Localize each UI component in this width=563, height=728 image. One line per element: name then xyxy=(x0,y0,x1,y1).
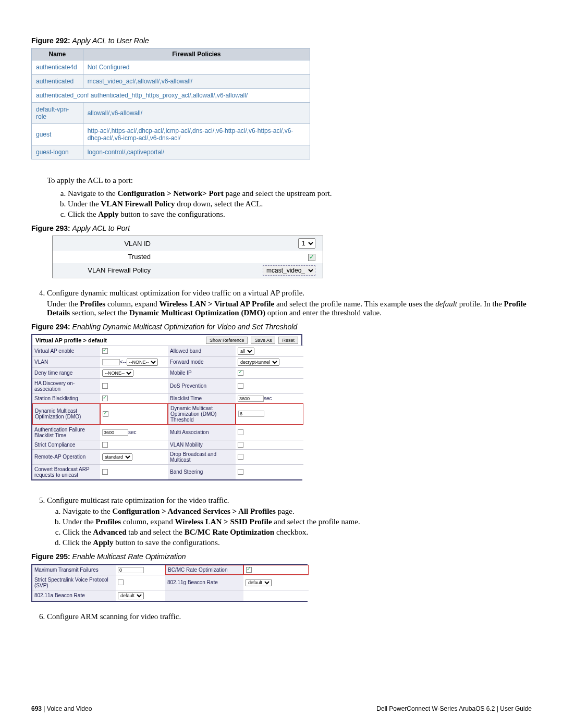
checkbox[interactable] xyxy=(102,383,108,389)
input[interactable] xyxy=(118,567,144,573)
profile-value xyxy=(100,464,168,479)
apply-acl-port-intro: To apply the ACL to a port: xyxy=(47,175,532,186)
user-role-table: Name Firewall Policies authenticate4dNot… xyxy=(31,48,310,159)
ssid-profile-panel: Maximum Transmit FailuresBC/MC Rate Opti… xyxy=(31,564,308,602)
ssid-label: 802.11g Beacon Rate xyxy=(165,575,243,590)
profile-value xyxy=(100,403,168,425)
vap-profile-panel: Virtual AP profile > default Show Refere… xyxy=(31,334,302,480)
col-name-header: Name xyxy=(32,48,83,60)
vlan-id-select[interactable]: 1 xyxy=(298,238,315,249)
checkbox[interactable] xyxy=(118,579,124,585)
step-b: Under the VLAN Firewall Policy drop down… xyxy=(68,200,532,208)
figure-295-title: Enable Multicast Rate Optimization xyxy=(72,552,186,561)
checkbox[interactable] xyxy=(238,383,243,389)
checkbox[interactable] xyxy=(102,396,108,401)
profile-label: Authentication Failure Blacklist Time xyxy=(32,425,100,440)
role-name: guest xyxy=(32,124,83,145)
checkbox[interactable] xyxy=(238,370,243,376)
profile-value: all xyxy=(236,346,303,356)
vlan-input[interactable] xyxy=(102,359,120,365)
select[interactable]: all xyxy=(238,348,254,355)
role-policy: http-acl/,https-acl/,dhcp-acl/,icmp-acl/… xyxy=(83,124,310,145)
checkbox[interactable] xyxy=(238,469,243,475)
ssid-label xyxy=(165,590,243,601)
profile-value: decrypt-tunnel xyxy=(236,356,303,367)
checkbox[interactable] xyxy=(238,429,243,435)
select[interactable]: default xyxy=(118,592,144,599)
role-name: guest-logon xyxy=(32,145,83,159)
role-name: authenticated xyxy=(32,75,83,89)
step-a: Navigate to the Configuration > Network>… xyxy=(68,189,532,198)
input[interactable] xyxy=(238,396,264,402)
profile-label: Multi Association xyxy=(168,425,236,440)
select[interactable]: decrypt-tunnel xyxy=(238,359,279,366)
footer-right: Dell PowerConnect W-Series ArubaOS 6.2 |… xyxy=(376,705,532,712)
step-4-list: Configure dynamic multicast optimization… xyxy=(38,289,532,317)
figure-295-caption: Figure 295: Enable Multicast Rate Optimi… xyxy=(31,552,532,561)
role-name: authenticated_conf authenticated_http_ht… xyxy=(32,89,310,103)
profile-label: Blacklist Time xyxy=(168,393,236,403)
vlan-select[interactable]: --NONE-- xyxy=(127,359,158,366)
profile-value xyxy=(236,440,303,449)
ssid-label: Strict Spectralink Voice Protocol (SVP) xyxy=(32,575,116,590)
profile-value xyxy=(236,425,303,440)
step-4: Configure dynamic multicast optimization… xyxy=(47,289,532,317)
profile-label: Mobile IP xyxy=(168,367,236,378)
footer-section: Voice and Video xyxy=(47,705,92,712)
select[interactable]: standard xyxy=(102,453,132,461)
profile-label: VLAN Mobility xyxy=(168,440,236,449)
table-row: guest-logonlogon-control/,captiveportal/ xyxy=(32,145,310,159)
figure-293-caption: Figure 293: Apply ACL to Port xyxy=(31,224,532,232)
profile-value: --NONE-- xyxy=(100,367,168,378)
vlan-firewall-policy-select[interactable]: mcast_video_ xyxy=(263,265,315,276)
profile-value: standard xyxy=(100,449,168,464)
trusted-label: Trusted xyxy=(57,253,161,261)
role-policy: Not Configured xyxy=(83,60,310,75)
select[interactable]: --NONE-- xyxy=(102,369,133,377)
ssid-label: Maximum Transmit Failures xyxy=(32,565,116,575)
input[interactable] xyxy=(238,411,264,417)
page-footer: 693 | Voice and Video Dell PowerConnect … xyxy=(31,705,532,712)
ssid-value: default xyxy=(116,590,165,601)
checkbox[interactable] xyxy=(102,469,108,475)
vlan-firewall-policy-label: VLAN Firewall Policy xyxy=(57,266,161,274)
checkbox[interactable] xyxy=(238,454,243,460)
profile-value xyxy=(236,464,303,479)
role-policy: mcast_video_acl/,allowall/,v6-allowall/ xyxy=(83,75,310,89)
apply-acl-port-steps: Navigate to the Configuration > Network>… xyxy=(63,189,532,219)
role-policy: allowall/,v6-allowall/ xyxy=(83,103,310,124)
table-row: authenticatedmcast_video_acl/,allowall/,… xyxy=(32,75,310,89)
input[interactable] xyxy=(102,429,128,436)
figure-292-title: Apply ACL to User Role xyxy=(72,36,149,45)
step-5: Configure multicast rate optimization fo… xyxy=(47,496,532,547)
role-name: authenticate4d xyxy=(32,60,83,75)
profile-value: <-- --NONE-- xyxy=(100,356,168,367)
checkbox[interactable] xyxy=(103,411,108,417)
profile-value xyxy=(100,393,168,403)
profile-label: Dynamic Multicast Optimization (DMO) xyxy=(32,403,100,425)
profile-label: Forward mode xyxy=(168,356,236,367)
profile-label: HA Discovery on-association xyxy=(32,378,100,393)
select[interactable]: default xyxy=(246,579,272,586)
checkbox[interactable] xyxy=(238,442,243,448)
figure-292-caption: Figure 292: Apply ACL to User Role xyxy=(31,36,532,45)
table-row: guesthttp-acl/,https-acl/,dhcp-acl/,icmp… xyxy=(32,124,310,145)
ssid-value xyxy=(116,565,165,575)
reset-button[interactable]: Reset xyxy=(278,337,298,344)
profile-label: DoS Prevention xyxy=(168,378,236,393)
role-name: default-vpn-role xyxy=(32,103,83,124)
step-5-list: Configure multicast rate optimization fo… xyxy=(38,496,532,547)
checkbox[interactable] xyxy=(246,567,252,573)
trusted-checkbox[interactable] xyxy=(308,254,315,261)
checkbox[interactable] xyxy=(102,348,108,354)
profile-label: Deny time range xyxy=(32,367,100,378)
show-reference-button[interactable]: Show Reference xyxy=(206,337,248,344)
checkbox[interactable] xyxy=(102,442,108,448)
profile-value: sec xyxy=(100,425,168,440)
ssid-value xyxy=(116,575,165,590)
save-as-button[interactable]: Save As xyxy=(251,337,275,344)
profile-value xyxy=(236,403,303,425)
figure-293-number: Figure 293: xyxy=(31,224,70,232)
profile-value xyxy=(100,346,168,356)
figure-294-number: Figure 294: xyxy=(31,323,70,331)
